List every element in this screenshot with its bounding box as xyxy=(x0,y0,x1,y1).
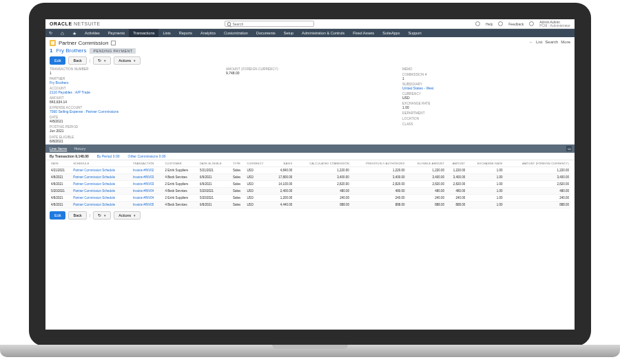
section-tab-band: Line Items History ▭ xyxy=(45,144,575,153)
table-row[interactable]: 5/20/2021Partner Commission ScheduleInvo… xyxy=(50,188,570,195)
edit-button-bottom[interactable]: Edit xyxy=(50,211,65,220)
field-value[interactable]: 2110 Payables : A/P Trade xyxy=(50,90,218,94)
field-value: 4/8/2021 xyxy=(50,119,218,123)
header-back-icon[interactable]: ← xyxy=(529,40,533,44)
brand-bar: ORACLE NETSUITE Help Feedback Admin Admi… xyxy=(45,19,575,29)
column-header[interactable]: EXCHANGE RATE xyxy=(466,160,504,167)
nav-suiteapps[interactable]: SuiteApps xyxy=(378,29,404,37)
global-search[interactable] xyxy=(225,21,314,27)
nav-documents[interactable]: Documents xyxy=(252,29,280,37)
column-header[interactable]: SCHEDULE xyxy=(72,160,132,167)
table-row[interactable]: 4/8/2021Partner Commission ScheduleInvoi… xyxy=(50,181,570,188)
subtab-by-transaction[interactable]: By Transaction 9,148.00 xyxy=(50,154,89,158)
commission-table: DATESCHEDULETRANSACTIONCUSTOMERDATE ELIG… xyxy=(50,160,570,208)
field-value[interactable]: 7060 Selling Expense : Partner Commissio… xyxy=(50,109,218,114)
brand-oracle: ORACLE xyxy=(50,21,72,26)
brand-logo: ORACLE NETSUITE xyxy=(50,21,101,26)
header-search[interactable]: Search xyxy=(545,40,558,44)
field-label: DEPARTMENT xyxy=(402,111,570,115)
summary-field: SUBSIDIARYUnited States - West xyxy=(402,83,570,90)
header-more[interactable]: More xyxy=(561,40,570,44)
nav-transactions[interactable]: Transactions xyxy=(129,29,158,37)
transaction-link[interactable]: Invoice #INV03 xyxy=(132,174,164,181)
back-button-bottom[interactable]: Back xyxy=(68,211,86,220)
schedule-link[interactable]: Partner Commission Schedule xyxy=(72,181,132,188)
field-label: LOCATION xyxy=(402,117,570,120)
nav-fixed-assets[interactable]: Fixed Assets xyxy=(349,29,378,37)
header-actions: ← List Search More xyxy=(529,40,570,44)
column-header[interactable]: PREVIOUSLY AUTHORIZED xyxy=(351,160,406,167)
column-header[interactable]: TRANSACTION xyxy=(132,160,164,167)
column-header[interactable]: TYPE xyxy=(231,160,245,167)
column-header[interactable]: DATE xyxy=(50,160,72,167)
summary-field: EXPENSE ACCOUNT7060 Selling Expense : Pa… xyxy=(50,106,218,114)
column-header[interactable]: CURRENCY xyxy=(245,160,271,167)
table-row[interactable]: 4/8/2021Partner Commission ScheduleInvoi… xyxy=(50,202,570,208)
field-value[interactable]: United States - West xyxy=(402,86,570,90)
schedule-link[interactable]: Partner Commission Schedule xyxy=(72,167,132,174)
refresh-button[interactable]: ↻ xyxy=(93,56,111,65)
search-input[interactable] xyxy=(232,22,311,26)
subtab-other-commissions[interactable]: Other Commissions 0.00 xyxy=(128,154,166,158)
column-header[interactable]: CALCULATED COMMISSION xyxy=(293,160,351,167)
help-link[interactable]: Help xyxy=(486,22,493,26)
field-value[interactable]: Fry Brothers xyxy=(50,81,218,85)
transaction-link[interactable]: Invoice #INV02 xyxy=(132,167,164,174)
schedule-link[interactable]: Partner Commission Schedule xyxy=(72,188,132,195)
field-value: 1 xyxy=(402,76,570,81)
table-row[interactable]: 4/8/2021Partner Commission ScheduleInvoi… xyxy=(50,195,570,202)
user-avatar[interactable] xyxy=(529,21,534,26)
table-row[interactable]: 4/8/2021Partner Commission ScheduleInvoi… xyxy=(50,174,570,181)
column-header[interactable]: AMOUNT xyxy=(446,160,466,167)
edit-button[interactable]: Edit xyxy=(50,56,65,65)
nav-lists[interactable]: Lists xyxy=(158,29,174,37)
nav-home-icon[interactable] xyxy=(57,29,69,37)
help-icon[interactable] xyxy=(475,21,480,26)
transaction-link[interactable]: Invoice #INV04 xyxy=(132,195,164,202)
open-external-icon[interactable] xyxy=(111,41,116,45)
actions-button-bottom[interactable]: Actions xyxy=(114,211,141,220)
feedback-link[interactable]: Feedback xyxy=(508,22,524,26)
chevron-down-icon xyxy=(103,213,106,217)
tab-history[interactable]: History xyxy=(74,147,85,151)
field-value: 1.00 xyxy=(402,105,570,109)
record-partner-name[interactable]: Fry Brothers xyxy=(56,47,86,54)
nav-customization[interactable]: Customization xyxy=(220,29,252,37)
summary-field: DATE4/8/2021 xyxy=(50,116,218,123)
nav-activities[interactable]: Activities xyxy=(81,29,104,37)
nav-reports[interactable]: Reports xyxy=(175,29,196,37)
summary-field: DEPARTMENT xyxy=(402,111,570,115)
column-header[interactable]: AMOUNT (FOREIGN CURRENCY) xyxy=(504,160,570,167)
tab-line-items[interactable]: Line Items xyxy=(50,147,67,151)
column-header[interactable]: ELIGIBLE AMOUNT xyxy=(406,160,446,167)
header-list[interactable]: List xyxy=(536,40,542,44)
actions-button[interactable]: Actions xyxy=(114,56,141,65)
nav-star-icon[interactable] xyxy=(69,29,81,37)
transaction-link[interactable]: Invoice #INV04 xyxy=(132,188,164,195)
column-header[interactable]: DATE ELIGIBLE xyxy=(198,160,231,167)
page-header: Partner Commission 1 Fry Brothers PENDIN… xyxy=(45,37,575,55)
summary-field: MEMO xyxy=(402,67,570,71)
back-button[interactable]: Back xyxy=(68,56,86,65)
schedule-link[interactable]: Partner Commission Schedule xyxy=(72,174,132,181)
column-header[interactable]: CUSTOMER xyxy=(163,160,198,167)
nav-setup[interactable]: Setup xyxy=(280,29,298,37)
summary-field: LOCATION xyxy=(402,117,570,120)
nav-admin-controls[interactable]: Administration & Controls xyxy=(298,29,349,37)
schedule-link[interactable]: Partner Commission Schedule xyxy=(72,195,132,202)
nav-payments[interactable]: Payments xyxy=(104,29,129,37)
transaction-link[interactable]: Invoice #INV05 xyxy=(132,202,164,208)
nav-analytics[interactable]: Analytics xyxy=(196,29,220,37)
subtab-by-period[interactable]: By Period 0.00 xyxy=(97,154,120,158)
column-header[interactable]: BASIS xyxy=(271,160,293,167)
transaction-link[interactable]: Invoice #INV03 xyxy=(132,181,164,188)
table-row[interactable]: 4/21/2021Partner Commission ScheduleInvo… xyxy=(50,167,570,174)
nav-reload-icon[interactable]: ↻ xyxy=(45,29,57,37)
bottom-button-row: Edit Back | ↻ Actions xyxy=(45,208,575,222)
collapse-icon[interactable]: ▭ xyxy=(566,146,572,151)
feedback-icon[interactable] xyxy=(498,21,503,26)
summary-field: TRANSACTION NUMBER1 xyxy=(50,67,218,75)
nav-support[interactable]: Support xyxy=(404,29,425,37)
refresh-button-bottom[interactable]: ↻ xyxy=(93,211,111,220)
schedule-link[interactable]: Partner Commission Schedule xyxy=(72,202,132,208)
